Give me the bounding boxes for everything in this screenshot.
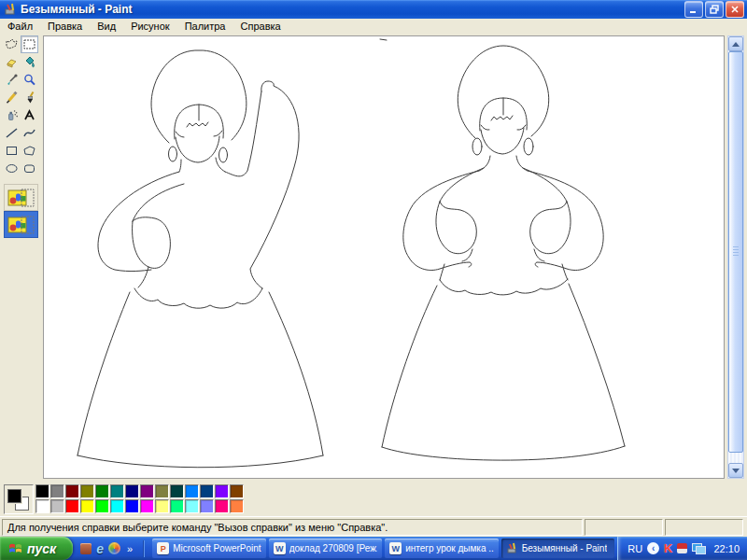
- palette-row-1: [35, 484, 245, 499]
- word-icon: W: [389, 542, 402, 554]
- color-swatch[interactable]: [95, 484, 109, 498]
- paint-canvas[interactable]: [43, 35, 725, 479]
- color-swatch[interactable]: [80, 499, 94, 513]
- free-form-select-tool-icon[interactable]: [3, 35, 21, 53]
- pencil-tool-icon[interactable]: [3, 89, 21, 106]
- start-button[interactable]: пуск: [0, 537, 73, 560]
- paint-app-icon: [4, 3, 17, 16]
- line-tool-icon[interactable]: [3, 124, 21, 142]
- taskbar-button-powerpoint[interactable]: P Microsoft PowerPoint ...: [152, 539, 266, 558]
- clock[interactable]: 22:10: [711, 543, 740, 554]
- minimize-button[interactable]: [684, 1, 703, 18]
- color-swatch[interactable]: [65, 484, 79, 498]
- internet-explorer-icon[interactable]: e: [96, 541, 104, 556]
- status-size-cell: [665, 519, 743, 536]
- color-swatch[interactable]: [230, 499, 244, 513]
- color-swatch[interactable]: [35, 484, 49, 498]
- color-swatch[interactable]: [110, 499, 124, 513]
- close-button[interactable]: [726, 1, 744, 18]
- tray-app-icon[interactable]: [677, 543, 687, 553]
- selection-opaque-option[interactable]: [4, 184, 38, 211]
- foreground-color-swatch: [7, 489, 21, 503]
- scroll-down-button[interactable]: [728, 463, 743, 478]
- scroll-up-button[interactable]: [728, 36, 743, 51]
- show-desktop-icon[interactable]: [80, 543, 92, 554]
- kaspersky-icon[interactable]: K: [664, 541, 672, 555]
- text-tool-icon[interactable]: [21, 106, 38, 124]
- drawing-doll-left: [78, 50, 323, 468]
- network-monitors-icon[interactable]: [692, 543, 706, 554]
- taskbar-button-paint-active[interactable]: Безымянный - Paint: [501, 539, 615, 558]
- color-swatch[interactable]: [185, 484, 199, 498]
- color-swatch[interactable]: [215, 499, 229, 513]
- selection-transparent-option[interactable]: [4, 211, 38, 238]
- quick-launch-overflow-chevron[interactable]: »: [125, 543, 134, 554]
- color-swatch[interactable]: [155, 499, 169, 513]
- scrollbar-thumb[interactable]: [728, 51, 743, 453]
- canvas-area: [41, 34, 747, 483]
- color-swatch[interactable]: [50, 499, 64, 513]
- status-help-text: Для получения справки выберите команду "…: [2, 519, 583, 536]
- pick-color-tool-icon[interactable]: [3, 71, 21, 89]
- dymkovo-dolls-drawing: [44, 36, 726, 480]
- color-palette-bar: [0, 483, 747, 516]
- current-colors-indicator: [4, 484, 34, 514]
- drawing-doll-right: [382, 46, 625, 460]
- color-swatch[interactable]: [170, 499, 184, 513]
- selection-options: [4, 184, 38, 238]
- color-swatch[interactable]: [170, 484, 184, 498]
- menu-item-view[interactable]: Вид: [90, 20, 123, 33]
- ellipse-tool-icon[interactable]: [3, 160, 21, 177]
- color-swatch[interactable]: [155, 484, 169, 498]
- taskbar-button-word-doc1[interactable]: W доклад 270809 [Реж...: [269, 539, 383, 558]
- airbrush-tool-icon[interactable]: [3, 106, 21, 124]
- color-swatch[interactable]: [35, 499, 49, 513]
- taskbar-button-word-doc2[interactable]: W интегр урок дымка ...: [385, 539, 499, 558]
- taskbar-divider: [143, 540, 144, 557]
- palette-row-2: [35, 499, 245, 514]
- rectangle-tool-icon[interactable]: [3, 142, 21, 160]
- curve-tool-icon[interactable]: [21, 124, 38, 142]
- fill-tool-icon[interactable]: [21, 53, 38, 71]
- color-swatch[interactable]: [80, 484, 94, 498]
- menu-item-image[interactable]: Рисунок: [123, 20, 177, 33]
- rounded-rectangle-tool-icon[interactable]: [21, 160, 38, 177]
- color-swatch[interactable]: [230, 484, 244, 498]
- color-swatch[interactable]: [200, 499, 214, 513]
- color-swatch[interactable]: [50, 484, 64, 498]
- color-swatch[interactable]: [125, 499, 139, 513]
- color-swatch[interactable]: [215, 484, 229, 498]
- color-swatch[interactable]: [110, 484, 124, 498]
- system-tray: RU ‹ K 22:10: [617, 537, 747, 560]
- menu-item-help[interactable]: Справка: [233, 20, 289, 33]
- color-swatch[interactable]: [95, 499, 109, 513]
- taskbar-button-label: интегр урок дымка ...: [405, 543, 494, 553]
- polygon-tool-icon[interactable]: [21, 142, 38, 160]
- select-tool-icon[interactable]: [21, 35, 38, 53]
- language-indicator[interactable]: RU: [627, 543, 642, 554]
- menu-item-edit[interactable]: Правка: [40, 20, 90, 33]
- color-swatch[interactable]: [65, 499, 79, 513]
- color-swatch[interactable]: [140, 484, 154, 498]
- paint-app-icon: [506, 542, 518, 554]
- color-swatch[interactable]: [125, 484, 139, 498]
- window-title: Безымянный - Paint: [21, 3, 684, 16]
- status-bar: Для получения справки выберите команду "…: [0, 516, 747, 537]
- menu-item-palette[interactable]: Палитра: [177, 20, 233, 33]
- restore-button[interactable]: [705, 1, 724, 18]
- windows-flag-icon: [7, 540, 23, 556]
- status-position-cell: [585, 519, 663, 536]
- brush-tool-icon[interactable]: [21, 89, 38, 106]
- color-swatch[interactable]: [200, 484, 214, 498]
- quick-launch-bar: e »: [73, 540, 149, 557]
- vertical-scrollbar[interactable]: [727, 35, 744, 479]
- media-player-icon[interactable]: [108, 542, 120, 554]
- eraser-tool-icon[interactable]: [3, 53, 21, 71]
- taskbar-button-label: доклад 270809 [Реж...: [289, 543, 378, 553]
- magnifier-tool-icon[interactable]: [21, 71, 38, 89]
- taskbar-button-label: Безымянный - Paint: [522, 543, 607, 553]
- color-swatch[interactable]: [185, 499, 199, 513]
- menu-item-file[interactable]: Файл: [0, 20, 40, 33]
- color-swatch[interactable]: [140, 499, 154, 513]
- tray-collapse-chevron-icon[interactable]: ‹: [647, 542, 659, 554]
